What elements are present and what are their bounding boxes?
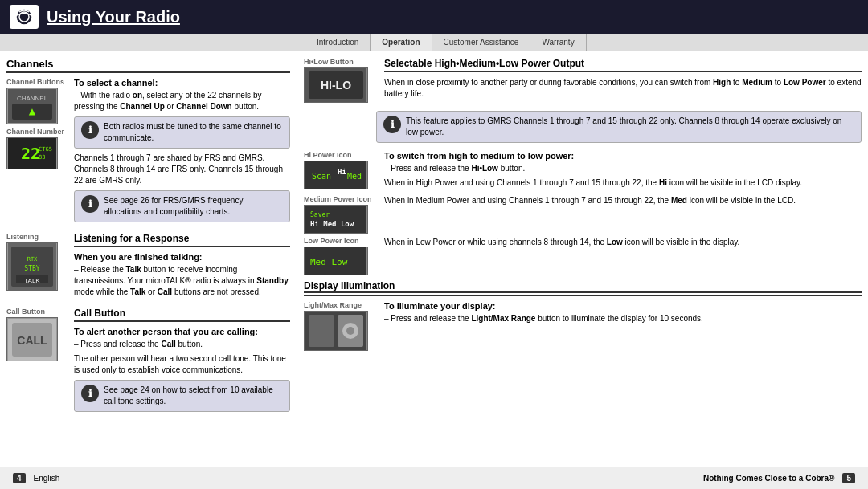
svg-rect-32	[309, 315, 334, 347]
svg-text:RTX: RTX	[27, 256, 38, 263]
listening-block: Listening RTX STBY TALK Listening for a …	[6, 233, 290, 301]
channel-body2: Channels 1 through 7 are shared by FRS a…	[74, 153, 290, 186]
svg-text:▲: ▲	[29, 104, 36, 117]
page-number-right: 5	[842, 473, 855, 483]
footer: 4 English Nothing Comes Close to a Cobra…	[0, 467, 868, 489]
channel-buttons-block: Channel Buttons CHANNEL ▲ Channel Number	[6, 78, 290, 226]
select-channel-body: – With the radio on, select any of the 2…	[74, 90, 290, 112]
svg-text:Med Low: Med Low	[310, 257, 348, 267]
svg-text:Saver: Saver	[310, 211, 330, 218]
select-channel-title: To select a channel:	[74, 78, 290, 88]
note-text-1: Both radios must be tuned to the same ch…	[104, 121, 283, 144]
header: Using Your Radio	[0, 0, 868, 34]
svg-text:CALL: CALL	[17, 334, 47, 347]
tab-customer-assistance[interactable]: Customer Assistance	[432, 34, 531, 51]
channel-note2: ℹ See page 26 for FRS/GMRS frequency all…	[74, 190, 290, 222]
svg-text:Hi Med Low: Hi Med Low	[310, 220, 354, 228]
svg-text:Med L: Med L	[347, 172, 366, 181]
svg-rect-26	[305, 206, 366, 233]
svg-text:Scan: Scan	[312, 172, 331, 181]
call-button-block: Call Button CALL Call Button To alert an…	[6, 308, 290, 416]
svg-point-35	[346, 327, 354, 335]
svg-text:CTG5: CTG5	[39, 146, 52, 153]
svg-text:CHANNEL: CHANNEL	[17, 95, 48, 102]
switch-body2: When in High Power and using Channels 1 …	[384, 177, 862, 189]
note-text-2: See page 26 for FRS/GMRS frequency alloc…	[104, 195, 283, 218]
channel-buttons-label: Channel Buttons CHANNEL ▲	[6, 78, 66, 124]
svg-text:83: 83	[39, 154, 45, 161]
display-section-header: Display Illumination	[304, 280, 862, 296]
left-column: Channels Channel Buttons CHANNEL ▲	[0, 51, 297, 467]
svg-text:Hi: Hi	[338, 168, 346, 176]
footer-left: 4 English	[13, 473, 59, 483]
display-block: Light/Max Range To illuminate your displ…	[304, 301, 862, 351]
tab-operation[interactable]: Operation	[371, 34, 432, 51]
svg-text:TALK: TALK	[24, 277, 40, 284]
page-number-left: 4	[13, 473, 26, 483]
tab-introduction[interactable]: Introduction	[305, 34, 371, 51]
page-title: Using Your Radio	[47, 8, 180, 26]
channel-note1: ℹ Both radios must be tuned to the same …	[74, 116, 290, 149]
footer-right: Nothing Comes Close to a Cobra® 5	[703, 473, 855, 483]
call-section-header: Call Button	[74, 308, 290, 322]
gmrs-note-block: ℹ This feature applies to GMRS Channels …	[376, 108, 862, 146]
right-column: Hi•Low Button HI-LO Selectable High•Medi…	[297, 51, 868, 467]
svg-text:HI-LO: HI-LO	[321, 79, 351, 92]
language-label: English	[34, 474, 60, 483]
svg-text:22: 22	[21, 144, 40, 163]
call-subsection-title: To alert another person that you are cal…	[74, 327, 290, 336]
listening-body: – Release the Talk button to receive inc…	[74, 264, 290, 298]
switch-body: – Press and release the Hi•Low button.	[384, 163, 862, 174]
switch-body3: When in Medium Power and using Channels …	[384, 195, 862, 206]
svg-text:STBY: STBY	[24, 265, 39, 272]
display-subsection-title: To illuminate your display:	[384, 301, 862, 311]
switch-subsection-title: To switch from high to medium to low pow…	[384, 151, 862, 161]
power-section-header: Selectable High•Medium•Low Power Output	[384, 58, 862, 72]
power-body: When in close proximity to another party…	[384, 77, 862, 100]
listening-subsection-title: When you are finished talking:	[74, 252, 290, 262]
note-icon-2: ℹ	[81, 195, 99, 213]
gmrs-note-text: This feature applies to GMRS Channels 1 …	[406, 116, 854, 138]
display-body: – Press and release the Light/Max Range …	[384, 313, 862, 324]
call-body2: The other person will hear a two second …	[74, 353, 290, 376]
tab-warranty[interactable]: Warranty	[530, 34, 586, 51]
call-note: ℹ See page 24 on how to select from 10 a…	[74, 380, 290, 412]
header-logo	[10, 5, 39, 29]
nav-tabs: Introduction Operation Customer Assistan…	[0, 34, 868, 51]
note-text-3: See page 24 on how to select from 10 ava…	[104, 385, 283, 407]
note-icon-gmrs: ℹ	[383, 116, 401, 133]
note-icon-3: ℹ	[81, 385, 99, 402]
channels-section-header: Channels	[6, 58, 290, 73]
listening-section-header: Listening for a Response	[74, 233, 290, 247]
switch-body4: When in Low Power or while using channel…	[384, 237, 862, 248]
tagline: Nothing Comes Close to a Cobra®	[703, 474, 835, 483]
call-body: – Press and release the Call button.	[74, 339, 290, 350]
channel-number-label: Channel Number 22 CTG5 83	[6, 128, 66, 169]
switch-power-block: Hi Power Icon Scan Hi Med L To switch fr…	[304, 151, 862, 275]
note-icon-1: ℹ	[81, 121, 99, 139]
power-output-block: Hi•Low Button HI-LO Selectable High•Medi…	[304, 58, 862, 103]
